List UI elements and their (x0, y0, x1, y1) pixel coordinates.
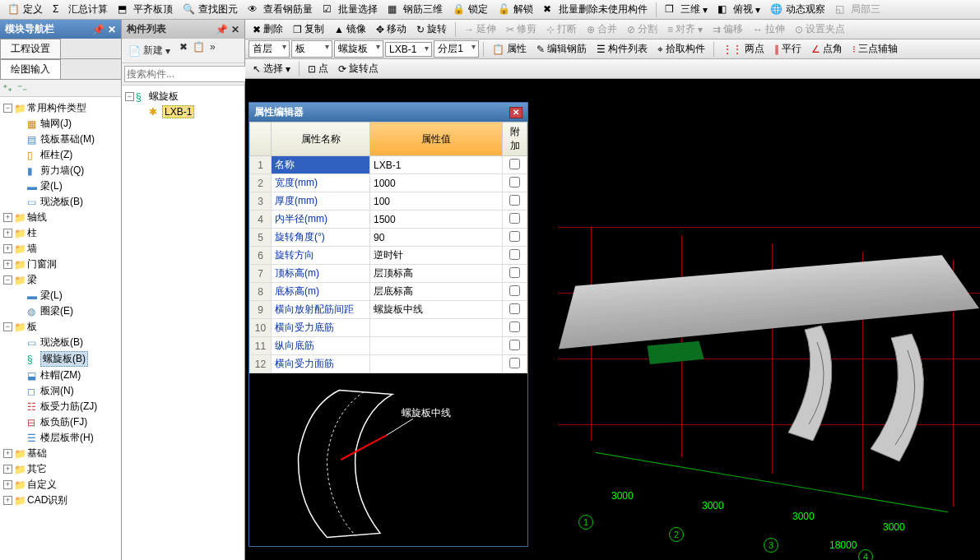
close-icon[interactable]: ✕ (231, 24, 239, 35)
more-icon[interactable]: » (210, 41, 216, 60)
property-value[interactable]: 1000 (370, 174, 503, 192)
expand-icon[interactable]: + (3, 229, 12, 238)
threepoint-button[interactable]: ⁝三点辅轴 (848, 39, 902, 58)
viewport[interactable]: ✖删除 ❐复制 ▲镜像 ✥移动 ↻旋转 →延伸 ✂修剪 ⊹打断 ⊕合并 ⊘分割 … (245, 20, 980, 560)
property-extra[interactable] (503, 355, 527, 373)
tree-grp-axis[interactable]: +📁轴线 (3, 211, 47, 224)
new-button[interactable]: 📄新建▾ (124, 41, 174, 60)
property-row[interactable]: 12 横向受力面筋 (250, 355, 527, 373)
pick-button[interactable]: ⌖拾取构件 (653, 39, 709, 58)
point-button[interactable]: ⊡点 (304, 59, 332, 78)
top-view-button[interactable]: ◧俯视▾ (713, 0, 764, 19)
tree-grp-found[interactable]: +📁基础 (3, 447, 47, 460)
find-button[interactable]: 🔍查找图元 (179, 0, 242, 19)
property-row[interactable]: 9 横向放射配筋间距 螺旋板中线 (250, 301, 527, 319)
copy-item-icon[interactable]: 📋 (193, 41, 205, 60)
trim-button[interactable]: ✂修剪 (502, 20, 541, 39)
layer-select[interactable]: 分层1 (434, 40, 479, 58)
property-row[interactable]: 6 旋转方向 逆时针 (250, 247, 527, 265)
instance-root[interactable]: −§螺旋板 (125, 90, 179, 104)
category-select[interactable]: 板 (291, 40, 332, 58)
sum-button[interactable]: Σ汇总计算 (49, 0, 112, 19)
floor-select[interactable]: 首层 (248, 40, 290, 58)
collapse-icon[interactable]: − (3, 104, 12, 113)
tree-castslab[interactable]: ▭现浇板(B) (16, 336, 83, 349)
props-button[interactable]: 📋属性 (488, 39, 531, 58)
lock-button[interactable]: 🔒锁定 (448, 0, 492, 19)
select-button[interactable]: ↖选择▾ (248, 59, 295, 78)
expand-icon[interactable]: + (3, 496, 12, 505)
tree-ringbeam[interactable]: ◍圈梁(E) (16, 304, 73, 318)
property-name[interactable]: 内半径(mm) (272, 211, 370, 229)
property-extra[interactable] (503, 265, 527, 283)
break-button[interactable]: ⊹打断 (542, 20, 581, 39)
collapse-tree-icon[interactable]: ⁻₋ (17, 82, 27, 94)
property-row[interactable]: 4 内半径(mm) 1500 (250, 211, 527, 229)
align-slab-button[interactable]: ⬒平齐板顶 (114, 0, 177, 19)
extra-checkbox[interactable] (509, 213, 520, 224)
extra-checkbox[interactable] (509, 267, 520, 278)
tree-axis-net[interactable]: ▦轴网(J) (16, 117, 72, 131)
property-row[interactable]: 1 名称 LXB-1 (250, 156, 527, 174)
tree-grp-other[interactable]: +📁其它 (3, 462, 47, 476)
property-row[interactable]: 3 厚度(mm) 100 (250, 192, 527, 211)
pin-icon[interactable]: 📌 (92, 24, 105, 35)
property-value[interactable]: LXB-1 (370, 156, 503, 174)
tree-grp-opening[interactable]: +📁门窗洞 (3, 257, 57, 271)
batch-delete-button[interactable]: ✖批量删除未使用构件 (539, 0, 652, 19)
property-row[interactable]: 8 底标高(m) 层底标高 (250, 283, 527, 301)
tree-root[interactable]: −📁常用构件类型 (3, 101, 86, 115)
extra-checkbox[interactable] (509, 322, 520, 332)
pin-icon[interactable]: 📌 (216, 24, 228, 35)
angle-button[interactable]: ∠点角 (807, 39, 847, 58)
property-name[interactable]: 底标高(m) (272, 283, 370, 301)
setpoint-button[interactable]: ⊙设置夹点 (791, 20, 849, 39)
close-icon[interactable]: ✕ (108, 24, 116, 35)
property-row[interactable]: 2 宽度(mm) 1000 (250, 174, 527, 192)
tree-cap[interactable]: ⬓柱帽(ZM) (16, 368, 81, 382)
tree-negrebar[interactable]: ⊟板负筋(FJ) (16, 415, 87, 429)
property-extra[interactable] (503, 283, 527, 301)
property-value[interactable]: 逆时针 (370, 247, 503, 265)
extra-checkbox[interactable] (509, 231, 520, 242)
stretch-button[interactable]: ↔拉伸 (749, 20, 789, 39)
component-instance-tree[interactable]: −§螺旋板 ✱LXB-1 (122, 86, 244, 560)
tree-spiral[interactable]: §螺旋板(B) (16, 351, 88, 367)
delete-item-icon[interactable]: ✖ (179, 41, 188, 60)
expand-icon[interactable]: + (3, 465, 12, 474)
property-name[interactable]: 名称 (272, 156, 370, 174)
property-name[interactable]: 顶标高(m) (272, 265, 370, 283)
local-3d-button[interactable]: ◱局部三 (831, 0, 885, 19)
tree-grp-wall[interactable]: +📁墙 (3, 242, 37, 256)
parallel-button[interactable]: ∥平行 (770, 39, 806, 58)
property-extra[interactable] (503, 337, 527, 355)
rebar-qty-button[interactable]: 👁查看钢筋量 (244, 0, 317, 19)
property-extra[interactable] (503, 174, 527, 192)
property-row[interactable]: 5 旋转角度(°) 90 (250, 229, 527, 247)
tree-beam[interactable]: ▬梁(L) (16, 179, 63, 193)
tree-beam2[interactable]: ▬梁(L) (16, 289, 63, 303)
extra-checkbox[interactable] (509, 285, 520, 296)
property-name[interactable]: 横向放射配筋间距 (272, 301, 370, 319)
property-row[interactable]: 7 顶标高(m) 层顶标高 (250, 265, 527, 283)
property-editor-dialog[interactable]: 属性编辑器 ✕ 属性名称 属性值 附加 1 名称 LXB-1 2 宽度(mm) … (248, 102, 528, 547)
expand-icon[interactable]: + (3, 244, 12, 253)
property-name[interactable]: 横向受力底筋 (272, 319, 370, 337)
tree-hole[interactable]: ◻板洞(N) (16, 384, 74, 398)
unlock-button[interactable]: 🔓解锁 (494, 0, 537, 19)
property-row[interactable]: 11 纵向底筋 (250, 337, 527, 355)
close-button[interactable]: ✕ (509, 107, 523, 118)
component-type-tree[interactable]: −📁常用构件类型 ▦轴网(J) ▤筏板基础(M) ▯框柱(Z) ▮剪力墙(Q) … (0, 97, 121, 560)
define-button[interactable]: 📋定义 (3, 0, 47, 19)
type-select[interactable]: 螺旋板 (334, 40, 383, 58)
tree-grp-col[interactable]: +📁柱 (3, 226, 37, 240)
property-extra[interactable] (503, 211, 527, 229)
property-value[interactable]: 1500 (370, 211, 503, 229)
property-value[interactable] (370, 337, 503, 355)
property-value[interactable]: 90 (370, 229, 503, 247)
move-button[interactable]: ✥移动 (372, 20, 411, 39)
twopoint-button[interactable]: ⋮⋮两点 (718, 39, 769, 58)
tab-draw-input[interactable]: 绘图输入 (0, 59, 61, 79)
property-extra[interactable] (503, 156, 527, 174)
tree-shearwall[interactable]: ▮剪力墙(Q) (16, 164, 84, 178)
